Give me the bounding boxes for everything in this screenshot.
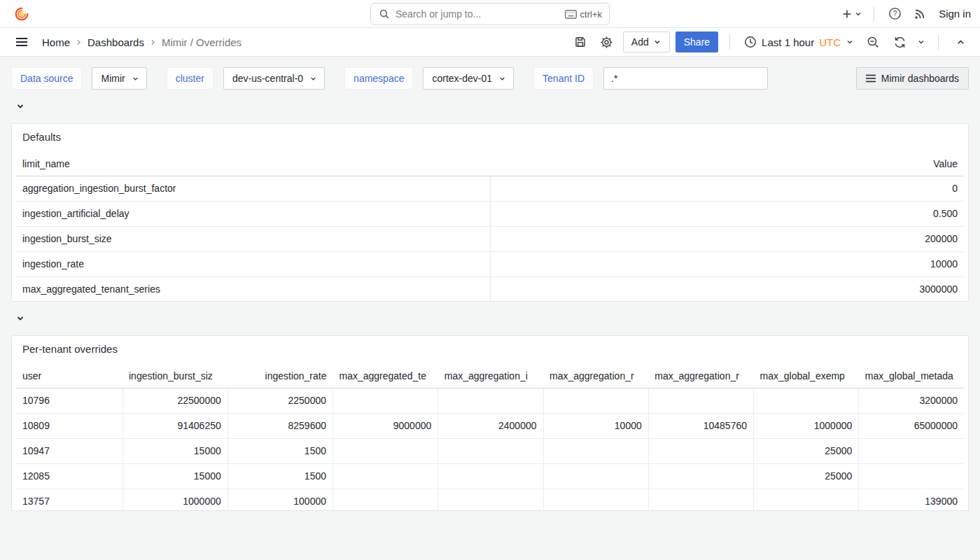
variable-value: cortex-dev-01 bbox=[432, 73, 492, 84]
table-row: ingestion_rate10000 bbox=[16, 251, 964, 276]
chevron-down-icon bbox=[498, 75, 506, 83]
table-cell bbox=[543, 489, 648, 511]
keyboard-icon bbox=[565, 10, 577, 19]
table-row: ingestion_artificial_delay0.500 bbox=[16, 201, 964, 226]
table-cell: 65000000 bbox=[859, 413, 964, 438]
table-cell: 10809 bbox=[16, 413, 122, 438]
table-cell: 15000 bbox=[122, 438, 227, 463]
panel-title: Per-tenant overrides bbox=[12, 336, 968, 356]
column-header[interactable]: ingestion_burst_siz bbox=[122, 365, 227, 388]
time-range-label: Last 1 hour bbox=[762, 36, 814, 48]
breadcrumb-home[interactable]: Home bbox=[42, 36, 70, 48]
table-cell: 1000000 bbox=[754, 413, 859, 438]
table-cell: 22500000 bbox=[122, 388, 227, 413]
news-button[interactable] bbox=[909, 4, 930, 24]
column-header[interactable]: max_aggregation_r bbox=[543, 365, 648, 388]
variable-namespace: namespace cortex-dev-01 bbox=[344, 67, 514, 90]
mimir-dashboards-label: Mimir dashboards bbox=[881, 73, 959, 84]
table-cell: 2400000 bbox=[438, 413, 543, 438]
column-header[interactable]: max_aggregated_te bbox=[333, 365, 438, 388]
table-row: ingestion_burst_size200000 bbox=[16, 226, 964, 251]
search-input[interactable]: Search or jump to... ctrl+k bbox=[370, 3, 610, 25]
table-cell: 100000 bbox=[227, 489, 332, 511]
table-cell bbox=[648, 388, 753, 413]
refresh-icon bbox=[893, 36, 906, 49]
table-cell: 0.500 bbox=[490, 201, 964, 226]
variable-select-cluster[interactable]: dev-us-central-0 bbox=[223, 67, 325, 90]
help-button[interactable]: ? bbox=[884, 4, 905, 24]
chevron-down-icon bbox=[15, 102, 25, 111]
table-cell: 10000 bbox=[543, 413, 648, 438]
search-shortcut-label: ctrl+k bbox=[580, 9, 602, 20]
variable-label-namespace: namespace bbox=[344, 67, 413, 90]
variable-label-cluster: cluster bbox=[167, 67, 214, 90]
save-dashboard-button[interactable] bbox=[570, 31, 591, 52]
table-cell bbox=[543, 463, 648, 489]
table-cell: 3200000 bbox=[859, 388, 964, 413]
column-header[interactable]: user bbox=[16, 365, 122, 388]
top-nav-bar: Search or jump to... ctrl+k bbox=[0, 0, 980, 28]
variable-select-datasource[interactable]: Mimir bbox=[92, 67, 146, 90]
row-collapse-toggle[interactable] bbox=[15, 313, 28, 324]
table-cell bbox=[333, 463, 438, 489]
refresh-button[interactable] bbox=[889, 31, 910, 52]
gear-icon bbox=[600, 36, 613, 49]
chevron-down-icon bbox=[854, 10, 862, 18]
grafana-logo[interactable] bbox=[14, 6, 29, 22]
table-cell bbox=[754, 489, 859, 511]
mimir-dashboards-button[interactable]: Mimir dashboards bbox=[856, 67, 969, 90]
divider bbox=[874, 6, 874, 22]
tenant-id-input[interactable] bbox=[603, 67, 768, 90]
table-cell bbox=[648, 489, 753, 511]
column-header[interactable]: max_global_exemp bbox=[754, 365, 859, 388]
breadcrumb-dashboards[interactable]: Dashboards bbox=[88, 36, 144, 48]
dashboard-toolbar: Home Dashboards Mimir / Overrides bbox=[0, 28, 980, 57]
new-button[interactable] bbox=[839, 5, 864, 23]
zoom-out-icon bbox=[867, 36, 880, 49]
variable-select-namespace[interactable]: cortex-dev-01 bbox=[423, 67, 514, 90]
time-range-picker[interactable]: Last 1 hour UTC bbox=[741, 36, 857, 48]
table-cell: 10485760 bbox=[648, 413, 753, 438]
dashboard-settings-button[interactable] bbox=[596, 31, 617, 52]
chevron-right-icon bbox=[149, 38, 157, 46]
add-panel-button[interactable]: Add bbox=[623, 31, 670, 52]
table-cell bbox=[543, 438, 648, 463]
variable-label-datasource: Data source bbox=[11, 67, 82, 90]
table-cell bbox=[438, 463, 543, 489]
search-icon bbox=[379, 8, 390, 20]
timezone-label: UTC bbox=[819, 36, 841, 48]
table-cell: max_aggregated_tenant_series bbox=[16, 276, 490, 302]
table-cell bbox=[859, 463, 964, 489]
table-cell: ingestion_rate bbox=[16, 251, 490, 276]
save-icon bbox=[574, 36, 587, 48]
table-cell: 200000 bbox=[490, 226, 964, 251]
table-cell: 91406250 bbox=[122, 413, 227, 438]
sign-in-link[interactable]: Sign in bbox=[939, 8, 971, 20]
column-header[interactable]: Value bbox=[490, 153, 964, 176]
refresh-interval-dropdown[interactable] bbox=[916, 35, 927, 49]
table-cell: 25000 bbox=[754, 463, 859, 489]
per-tenant-table: useringestion_burst_sizingestion_ratemax… bbox=[16, 365, 964, 511]
column-header[interactable]: ingestion_rate bbox=[227, 365, 332, 388]
share-button[interactable]: Share bbox=[676, 31, 718, 52]
variables-row: Data source Mimir cluster dev-us-central… bbox=[11, 67, 969, 90]
column-header[interactable]: limit_name bbox=[16, 153, 490, 176]
zoom-out-time-button[interactable] bbox=[862, 31, 883, 52]
table-cell: 12085 bbox=[16, 463, 122, 489]
table-cell: ingestion_burst_size bbox=[16, 226, 490, 251]
column-header[interactable]: max_global_metada bbox=[859, 365, 964, 388]
table-cell: 10796 bbox=[16, 388, 122, 413]
divider bbox=[938, 34, 939, 50]
collapse-toolbar-button[interactable] bbox=[950, 31, 971, 52]
defaults-table-wrap: limit_nameValueaggregation_ingestion_bur… bbox=[12, 153, 968, 302]
table-cell bbox=[543, 388, 648, 413]
variable-value: dev-us-central-0 bbox=[232, 73, 303, 84]
column-header[interactable]: max_aggregation_r bbox=[648, 365, 753, 388]
table-cell bbox=[333, 438, 438, 463]
menu-toggle-button[interactable] bbox=[11, 31, 32, 52]
table-header-row: limit_nameValue bbox=[16, 153, 964, 176]
row-collapse-toggle[interactable] bbox=[15, 101, 28, 112]
table-cell: 13757 bbox=[16, 489, 122, 511]
column-header[interactable]: max_aggregation_i bbox=[438, 365, 543, 388]
breadcrumb-current: Mimir / Overrides bbox=[162, 36, 241, 48]
